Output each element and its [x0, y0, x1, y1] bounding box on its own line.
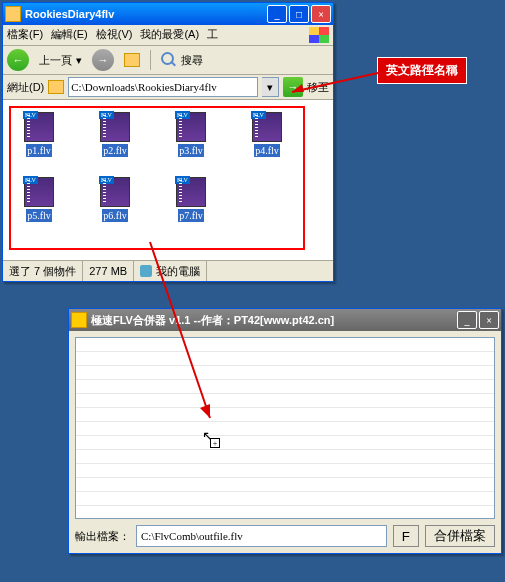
folder-up-icon — [124, 53, 140, 67]
output-label: 輸出檔案： — [75, 529, 130, 544]
output-row: 輸出檔案： F 合併檔案 — [75, 525, 495, 547]
annotation-callout: 英文路徑名稱 — [377, 57, 467, 84]
minimize-button[interactable]: _ — [457, 311, 477, 329]
up-button[interactable] — [118, 49, 146, 71]
address-input[interactable] — [68, 77, 258, 97]
list-row — [76, 338, 494, 352]
flv-icon — [24, 112, 54, 142]
address-dropdown[interactable]: ▾ — [262, 77, 279, 97]
minimize-button[interactable]: _ — [267, 5, 287, 23]
address-bar: 網址(D) ▾ → 移至 — [3, 75, 333, 100]
windows-logo-icon — [309, 27, 329, 43]
go-label: 移至 — [307, 80, 329, 95]
file-list[interactable] — [75, 337, 495, 519]
close-button[interactable]: × — [479, 311, 499, 329]
back-label[interactable]: 上一頁 ▾ — [33, 49, 88, 71]
titlebar[interactable]: RookiesDiary4flv _ □ × — [3, 3, 333, 25]
menu-tools[interactable]: 工 — [207, 27, 218, 43]
menu-file[interactable]: 檔案(F) — [7, 27, 43, 43]
merge-button[interactable]: 合併檔案 — [425, 525, 495, 547]
go-button[interactable]: → — [283, 77, 303, 97]
computer-icon — [140, 265, 152, 277]
toolbar: ← 上一頁 ▾ → 搜尋 — [3, 46, 333, 75]
menu-edit[interactable]: 編輯(E) — [51, 27, 88, 43]
address-label: 網址(D) — [7, 80, 44, 95]
status-bar: 選了 7 個物件 277 MB 我的電腦 — [3, 260, 333, 281]
file-area[interactable]: p1.flvp2.flvp3.flvp4.flvp5.flvp6.flvp7.f… — [3, 100, 333, 260]
flv-icon — [100, 177, 130, 207]
forward-button[interactable]: → — [92, 49, 114, 71]
menu-view[interactable]: 檢視(V) — [96, 27, 133, 43]
search-icon — [161, 52, 177, 68]
folder-icon — [48, 80, 64, 94]
folder-icon — [5, 6, 21, 22]
flv-icon — [252, 112, 282, 142]
flv-icon — [176, 177, 206, 207]
search-button[interactable]: 搜尋 — [155, 49, 209, 71]
maximize-button[interactable]: □ — [289, 5, 309, 23]
status-location: 我的電腦 — [134, 261, 207, 281]
close-button[interactable]: × — [311, 5, 331, 23]
status-size: 277 MB — [83, 261, 134, 281]
flv-icon — [100, 112, 130, 142]
app-icon — [71, 312, 87, 328]
menu-favorites[interactable]: 我的最愛(A) — [140, 27, 199, 43]
menu-bar: 檔案(F) 編輯(E) 檢視(V) 我的最愛(A) 工 — [3, 25, 333, 46]
titlebar[interactable]: 極速FLV合併器 v1.1 --作者：PT42[www.pt42.cn] _ × — [69, 309, 501, 331]
flv-icon — [176, 112, 206, 142]
explorer-window: RookiesDiary4flv _ □ × 檔案(F) 編輯(E) 檢視(V)… — [2, 2, 334, 282]
status-selection: 選了 7 個物件 — [3, 261, 83, 281]
flvcomb-window: 極速FLV合併器 v1.1 --作者：PT42[www.pt42.cn] _ ×… — [68, 308, 502, 554]
window-title: RookiesDiary4flv — [25, 8, 267, 20]
window-title: 極速FLV合併器 v1.1 --作者：PT42[www.pt42.cn] — [91, 313, 457, 328]
flv-icon — [24, 177, 54, 207]
back-button[interactable]: ← — [7, 49, 29, 71]
output-path-input[interactable] — [136, 525, 387, 547]
browse-button[interactable]: F — [393, 525, 419, 547]
